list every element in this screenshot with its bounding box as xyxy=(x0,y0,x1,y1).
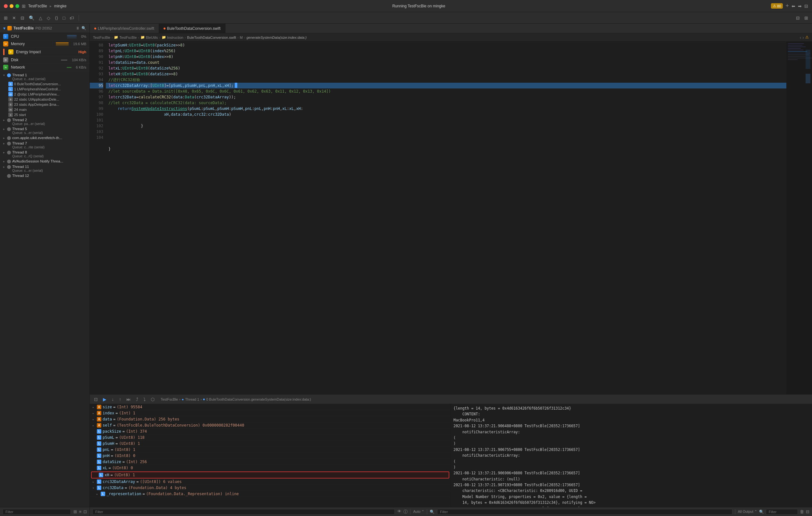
debug-breakpoints[interactable]: ⬡ xyxy=(149,396,156,402)
var-size[interactable]: ▸ A size = (Int) 95584 xyxy=(90,404,451,410)
var-crc32DataArray[interactable]: ▸ L crc32DataArray = ([UInt8]) 6 values xyxy=(90,479,451,485)
bc-folder2[interactable]: 📁 BleUtils xyxy=(141,35,158,39)
debug-console[interactable]: {length = 14, bytes = 0x4d6163426f6f6b50… xyxy=(451,404,812,507)
var-xL[interactable]: L xL = (UInt8) 0 xyxy=(90,465,451,471)
thread-5-toggle[interactable]: ▸ xyxy=(3,127,7,131)
trash-icon[interactable]: 🗑 xyxy=(800,509,804,514)
close-button[interactable] xyxy=(4,4,8,8)
warning-btn[interactable]: △ xyxy=(37,15,44,21)
detail-view-icon[interactable]: ⊡ xyxy=(83,509,87,514)
frame-2[interactable]: @ 2 @objc LMPeripheralView... xyxy=(8,92,89,97)
warning-badge[interactable]: ⚠ 80 xyxy=(771,3,783,9)
code-minimap[interactable] xyxy=(786,42,812,394)
sidebar-toggle[interactable]: ⊞ xyxy=(22,3,26,9)
thread-8-item[interactable]: ▸ Thread 8 Queue: c...rQ (serial) xyxy=(0,150,89,159)
thread-7-item[interactable]: ▸ Thread 7 Queue: c...rite (serial) xyxy=(0,141,89,150)
debug-continue[interactable]: ⏭ xyxy=(125,396,133,402)
frame-24[interactable]: m 24 main xyxy=(8,107,89,112)
eye-icon[interactable]: 👁 xyxy=(397,509,402,515)
forward-button[interactable]: ➡ xyxy=(798,3,802,9)
var-pnL[interactable]: L pnL = (UInt8) 1 xyxy=(90,447,451,453)
thread-audio-item[interactable]: ▸ AVAudioSession Notify Threa... xyxy=(0,159,89,164)
console-filter-input2[interactable] xyxy=(766,509,798,515)
thread-1-toggle[interactable]: ▾ xyxy=(3,73,7,77)
tab-bule[interactable]: BuleToothDataConversion.swift xyxy=(159,24,226,33)
split-console-icon[interactable]: ⊟ xyxy=(806,509,809,514)
thread-8-toggle[interactable]: ▸ xyxy=(3,151,7,154)
debug-frame-up[interactable]: ⤴ xyxy=(134,396,140,402)
panels-btn[interactable]: ⊟ xyxy=(19,15,26,21)
split-btn[interactable]: ⊟ xyxy=(795,15,801,21)
var-crc32Data-toggle[interactable]: ▾ xyxy=(92,486,95,490)
cpu-metric[interactable]: C CPU 0% xyxy=(0,33,89,40)
var-self[interactable]: ▸ A self = (TestFscBle.BuleToothDataConv… xyxy=(90,422,451,428)
var-crc32DataArray-toggle[interactable]: ▸ xyxy=(92,480,95,484)
var-packSize[interactable]: L packSize = (Int) 374 xyxy=(90,428,451,434)
var-data[interactable]: ▸ A data = (Foundation.Data) 256 bytes xyxy=(90,416,451,422)
var-xH[interactable]: L xH = (UInt8) 1 xyxy=(91,472,449,479)
var-crc32Data[interactable]: ▾ L crc32Data = (Foundation.Data) 4 byte… xyxy=(90,485,451,491)
add-button[interactable]: + xyxy=(785,3,789,9)
thread-2-toggle[interactable]: ▸ xyxy=(3,118,7,122)
code-content[interactable]: let pSumH : UInt8 = UInt8(packSize >> 8)… xyxy=(106,42,786,394)
thread-2-item[interactable]: ▸ Thread 2 Queue: pa...er (serial) xyxy=(0,117,89,126)
memory-metric[interactable]: M Memory 19.6 MB xyxy=(0,40,89,48)
diamond-btn[interactable]: ◇ xyxy=(46,15,52,21)
minimize-button[interactable] xyxy=(10,4,13,8)
thread-11-toggle[interactable]: ▸ xyxy=(3,165,7,169)
frame-25[interactable]: s 25 start xyxy=(8,112,89,117)
bc-folder1[interactable]: 📁 TestFscBle xyxy=(114,35,137,39)
grid-btn[interactable]: ⊞ xyxy=(3,15,9,21)
vars-filter-input[interactable] xyxy=(92,509,395,515)
var-data-toggle[interactable]: ▸ xyxy=(92,418,95,421)
disk-metric[interactable]: D Disk 104 KB/s xyxy=(0,56,89,64)
thread-11-item[interactable]: ▸ Thread 11 Queue: c...er (serial) xyxy=(0,164,89,173)
console-filter-input[interactable] xyxy=(437,509,732,515)
frame-1[interactable]: L 1 LMPeripheralViewControll... xyxy=(8,87,89,92)
auto-label[interactable]: Auto ⌃ xyxy=(413,510,424,514)
var-pnH[interactable]: L pnH = (UInt8) 0 xyxy=(90,453,451,459)
energy-metric[interactable]: E Energy Impact High xyxy=(0,48,89,56)
bc-file[interactable]: BuleToothDataConversion.swift xyxy=(187,36,236,39)
thread-7-toggle[interactable]: ▸ xyxy=(3,142,7,145)
debug-frame-down[interactable]: ⤵ xyxy=(142,396,147,402)
debug-toggle-vars[interactable]: ⊡ xyxy=(92,396,99,402)
network-metric[interactable]: N Network 6 KB/s xyxy=(0,64,89,71)
bc-func[interactable]: generateSystemData(size:index:data:) xyxy=(246,36,307,39)
back-button[interactable]: ⬅ xyxy=(791,3,795,9)
var-index[interactable]: ▸ A index = (Int) 1 xyxy=(90,410,451,416)
debug-step-over[interactable]: ▶ xyxy=(102,396,108,402)
tag-btn[interactable]: 🏷 xyxy=(68,15,75,21)
close-btn[interactable]: ✕ xyxy=(11,15,17,21)
expand-toggle[interactable]: ▾ xyxy=(3,26,5,31)
var-self-toggle[interactable]: ▸ xyxy=(92,424,95,427)
frame-22[interactable]: S 22 static UIApplicationDele... xyxy=(8,97,89,102)
list-view-icon[interactable]: ≡ xyxy=(79,509,82,514)
thread-5-item[interactable]: ▸ Thread 5 Queue: s...er (serial) xyxy=(0,126,89,135)
var-dataSize[interactable]: L dataSize = (Int) 256 xyxy=(90,459,451,465)
bc-nav-right[interactable]: › xyxy=(802,35,804,40)
var-pSumH[interactable]: L pSumH = (UInt8) 1 xyxy=(90,441,451,447)
thread-12-item[interactable]: Thread 12 xyxy=(0,173,89,179)
var-pSumL[interactable]: L pSumL = (UInt8) 118 xyxy=(90,434,451,441)
var-rep-toggle[interactable]: ▸ xyxy=(96,492,99,496)
search-btn[interactable]: 🔍 xyxy=(28,15,36,21)
code-btn[interactable]: ⟨⟩ xyxy=(54,15,59,21)
tab-lm[interactable]: LMPeripheralViewController.swift xyxy=(90,24,159,33)
thread-audio-toggle[interactable]: ▸ xyxy=(3,160,7,163)
var-size-toggle[interactable]: ▸ xyxy=(92,405,95,409)
grid-view-icon[interactable]: ⊞ xyxy=(74,509,77,514)
fullscreen-button[interactable] xyxy=(16,4,19,8)
info-icon[interactable]: ⓘ xyxy=(403,509,408,515)
square-btn[interactable]: □ xyxy=(61,15,66,21)
inspect-btn[interactable]: 🔍 xyxy=(82,26,86,30)
pause-btn[interactable]: ⏸ xyxy=(76,26,80,30)
output-label[interactable]: All Output ⌃ xyxy=(738,510,757,514)
var-index-toggle[interactable]: ▸ xyxy=(92,412,95,415)
frame-0[interactable]: B 0 BuleToothDataConversion... xyxy=(8,82,89,87)
thread-apple-item[interactable]: ▸ com.apple.uikit.eventfetch-th... xyxy=(0,135,89,141)
bc-folder3[interactable]: 📁 Instruction xyxy=(162,35,183,39)
layout2-btn[interactable]: ⊞ xyxy=(803,15,809,21)
frame-23[interactable]: S 23 static AppDelegate.$ma... xyxy=(8,102,89,107)
layout-button[interactable]: ⊟ xyxy=(804,3,808,9)
